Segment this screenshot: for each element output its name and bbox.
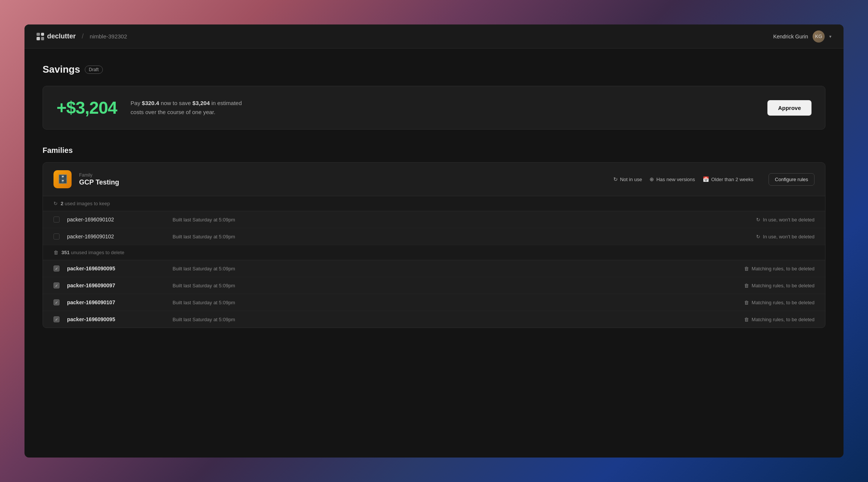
family-name: GCP Testing xyxy=(79,178,606,186)
image-date-6: Built last Saturday at 5:09pm xyxy=(173,317,709,322)
image-status-6: 🗑 Matching rules, to be deleted xyxy=(717,317,815,322)
in-use-icon-2: ↻ xyxy=(756,234,760,239)
family-icon: 🗄️ xyxy=(53,170,72,188)
family-tag-new-versions: ⊕ Has new versions xyxy=(649,176,695,182)
savings-description: Pay $320.4 now to save $3,204 in estimat… xyxy=(131,99,251,117)
header: declutter / nimble-392302 Kendrick Gurin… xyxy=(24,24,844,49)
page-title-row: Savings Draft xyxy=(43,64,825,75)
family-tag-not-in-use: ↻ Not in use xyxy=(613,176,642,182)
kept-images-divider: ↻ 2 used images to keep xyxy=(43,196,825,211)
image-name-1: packer-1696090102 xyxy=(67,217,165,223)
logo-icon xyxy=(37,33,44,40)
delete-status-icon-3: 🗑 xyxy=(744,266,749,272)
table-row: packer-1696090102 Built last Saturday at… xyxy=(43,211,825,228)
logo-text: declutter xyxy=(47,32,76,40)
chevron-down-icon[interactable]: ▾ xyxy=(829,34,831,39)
image-name-6: packer-1696090095 xyxy=(67,316,165,322)
image-name-2: packer-1696090102 xyxy=(67,233,165,239)
image-date-3: Built last Saturday at 5:09pm xyxy=(173,266,709,272)
main-content: Savings Draft +$3,204 Pay $320.4 now to … xyxy=(24,49,844,458)
image-name-3: packer-1696090095 xyxy=(67,265,165,272)
logo-cell-4 xyxy=(41,37,44,40)
header-right: Kendrick Gurin KG ▾ xyxy=(773,31,831,43)
image-status-1: ↻ In use, won't be deleted xyxy=(717,217,815,223)
savings-card: +$3,204 Pay $320.4 now to save $3,204 in… xyxy=(43,86,825,130)
family-header: 🗄️ Family GCP Testing ↻ Not in use ⊕ Has… xyxy=(43,163,825,196)
breadcrumb-separator: / xyxy=(82,32,84,40)
not-in-use-label: Not in use xyxy=(620,177,642,182)
desc-mid: now to save xyxy=(161,100,193,106)
family-tag-older: 📅 Older than 2 weeks xyxy=(703,176,753,182)
new-versions-label: Has new versions xyxy=(656,177,695,182)
image-status-4: 🗑 Matching rules, to be deleted xyxy=(717,283,815,288)
pay-amount: $320.4 xyxy=(142,100,159,106)
page-title: Savings xyxy=(43,64,80,75)
image-date-4: Built last Saturday at 5:09pm xyxy=(173,283,709,288)
delete-divider-text: 351 unused images to delete xyxy=(61,250,124,255)
kept-count: 2 xyxy=(61,201,63,206)
delete-images-divider: 🗑 351 unused images to delete xyxy=(43,245,825,260)
table-row: packer-1696090095 Built last Saturday at… xyxy=(43,260,825,277)
image-name-4: packer-1696090097 xyxy=(67,282,165,288)
table-row: packer-1696090095 Built last Saturday at… xyxy=(43,311,825,328)
new-versions-icon: ⊕ xyxy=(649,176,654,182)
configure-rules-button[interactable]: Configure rules xyxy=(769,173,815,186)
savings-left: +$3,204 Pay $320.4 now to save $3,204 in… xyxy=(57,98,251,118)
families-heading: Families xyxy=(43,146,825,155)
image-status-2: ↻ In use, won't be deleted xyxy=(717,234,815,239)
logo-cell-1 xyxy=(37,33,40,36)
family-label: Family xyxy=(79,172,606,178)
save-amount: $3,204 xyxy=(193,100,210,106)
header-left: declutter / nimble-392302 xyxy=(37,32,127,40)
row-checkbox-3[interactable] xyxy=(53,265,60,272)
row-checkbox-2[interactable] xyxy=(53,233,60,239)
family-info: Family GCP Testing xyxy=(79,172,606,186)
approve-button[interactable]: Approve xyxy=(767,100,811,116)
table-row: packer-1696090102 Built last Saturday at… xyxy=(43,228,825,245)
kept-divider-text: 2 used images to keep xyxy=(61,201,110,206)
calendar-icon: 📅 xyxy=(703,176,709,182)
image-date-2: Built last Saturday at 5:09pm xyxy=(173,234,709,239)
table-row: packer-1696090107 Built last Saturday at… xyxy=(43,294,825,311)
avatar: KG xyxy=(813,31,825,43)
row-checkbox-4[interactable] xyxy=(53,282,60,288)
app-window: declutter / nimble-392302 Kendrick Gurin… xyxy=(24,24,844,458)
logo-cell-3 xyxy=(37,37,40,40)
delete-divider-icon: 🗑 xyxy=(53,250,58,255)
image-status-3: 🗑 Matching rules, to be deleted xyxy=(717,266,815,272)
older-label: Older than 2 weeks xyxy=(711,177,753,182)
in-use-icon-1: ↻ xyxy=(756,217,760,223)
logo-cell-2 xyxy=(41,33,44,36)
family-card: 🗄️ Family GCP Testing ↻ Not in use ⊕ Has… xyxy=(43,162,825,328)
table-row: packer-1696090097 Built last Saturday at… xyxy=(43,277,825,294)
delete-status-icon-6: 🗑 xyxy=(744,317,749,322)
image-date-5: Built last Saturday at 5:09pm xyxy=(173,300,709,305)
user-name: Kendrick Gurin xyxy=(773,34,808,40)
row-checkbox-6[interactable] xyxy=(53,316,60,322)
delete-status-icon-4: 🗑 xyxy=(744,283,749,288)
family-tags: ↻ Not in use ⊕ Has new versions 📅 Older … xyxy=(613,176,753,182)
row-checkbox-1[interactable] xyxy=(53,217,60,223)
savings-amount: +$3,204 xyxy=(57,98,117,118)
kept-divider-icon: ↻ xyxy=(53,201,58,206)
delete-count: 351 xyxy=(61,250,70,255)
draft-badge: Draft xyxy=(85,66,103,74)
breadcrumb-project: nimble-392302 xyxy=(90,33,127,40)
delete-status-icon-5: 🗑 xyxy=(744,300,749,305)
logo-area: declutter xyxy=(37,32,76,40)
image-status-5: 🗑 Matching rules, to be deleted xyxy=(717,300,815,305)
not-in-use-icon: ↻ xyxy=(613,176,618,182)
image-name-5: packer-1696090107 xyxy=(67,299,165,305)
image-date-1: Built last Saturday at 5:09pm xyxy=(173,217,709,223)
row-checkbox-5[interactable] xyxy=(53,299,60,305)
